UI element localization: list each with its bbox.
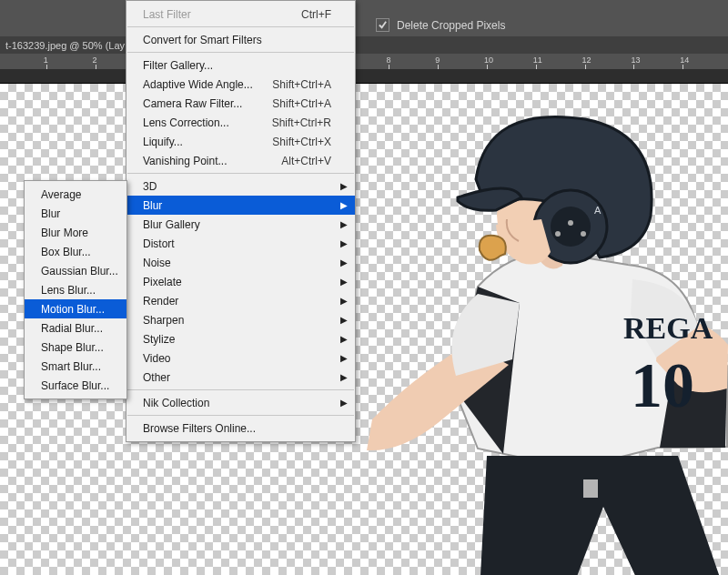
- menu-item-label: Blur: [143, 199, 331, 212]
- filter-menu-item-blur[interactable]: Blur▶: [126, 196, 355, 215]
- ruler-tick: 12: [582, 55, 592, 65]
- filter-menu-item-distort[interactable]: Distort▶: [126, 234, 355, 253]
- menu-item-label: Gaussian Blur...: [41, 265, 118, 277]
- menu-item-label: Vanishing Point...: [143, 155, 281, 167]
- blur-submenu-item-radial-blur[interactable]: Radial Blur...: [25, 318, 126, 338]
- filter-menu-item-browse-filters-online[interactable]: Browse Filters Online...: [126, 419, 355, 438]
- menu-item-label: Browse Filters Online...: [143, 422, 331, 435]
- blur-submenu-item-shape-blur[interactable]: Shape Blur...: [25, 338, 126, 357]
- blur-submenu-item-blur-more[interactable]: Blur More: [25, 223, 126, 242]
- ruler-tick: 11: [533, 55, 542, 65]
- submenu-arrow-icon: ▶: [340, 257, 348, 267]
- filter-menu-item-last-filter: Last FilterCtrl+F: [126, 5, 355, 24]
- filter-menu-item-convert-for-smart-filters[interactable]: Convert for Smart Filters: [126, 30, 355, 49]
- ruler-tick: 13: [631, 55, 640, 65]
- svg-text:10: 10: [631, 350, 694, 420]
- svg-text:A: A: [594, 205, 602, 216]
- menu-item-shortcut: Shift+Ctrl+A: [272, 97, 331, 110]
- menu-item-shortcut: Alt+Ctrl+V: [281, 155, 331, 167]
- menu-separator: [127, 52, 354, 53]
- menu-item-label: Surface Blur...: [41, 379, 109, 392]
- menu-separator: [127, 173, 354, 174]
- filter-menu-item-sharpen[interactable]: Sharpen▶: [126, 310, 355, 329]
- filter-menu-item-render[interactable]: Render▶: [126, 291, 355, 310]
- menu-item-shortcut: Shift+Ctrl+A: [272, 78, 331, 91]
- menu-item-label: Lens Correction...: [143, 116, 272, 129]
- ruler-tick: 14: [680, 55, 689, 65]
- subject-photo: REGA 10 A: [359, 88, 728, 575]
- menu-item-label: Motion Blur...: [41, 303, 105, 316]
- submenu-arrow-icon: ▶: [340, 296, 348, 306]
- menu-item-label: Shape Blur...: [41, 341, 104, 354]
- filter-menu-item-filter-gallery[interactable]: Filter Gallery...: [126, 55, 355, 75]
- filter-menu-item-3d[interactable]: 3D▶: [126, 177, 355, 196]
- menu-item-label: Nik Collection: [143, 397, 331, 409]
- svg-point-5: [581, 231, 586, 237]
- svg-text:REGA: REGA: [623, 311, 713, 345]
- menu-item-shortcut: Shift+Ctrl+X: [272, 136, 331, 148]
- menu-item-label: Box Blur...: [41, 246, 103, 258]
- document-tab[interactable]: t-163239.jpeg @ 50% (Lay: [0, 36, 134, 54]
- blur-submenu-item-gaussian-blur[interactable]: Gaussian Blur...: [25, 261, 126, 280]
- menu-separator: [127, 26, 354, 27]
- delete-cropped-checkbox[interactable]: Delete Cropped Pixels: [376, 18, 505, 32]
- menu-item-label: Blur: [41, 207, 103, 220]
- filter-menu-item-lens-correction[interactable]: Lens Correction...Shift+Ctrl+R: [126, 113, 355, 132]
- filter-menu: Last FilterCtrl+FConvert for Smart Filte…: [126, 0, 356, 442]
- checkbox-icon: [376, 18, 389, 32]
- menu-item-label: Average: [41, 188, 103, 201]
- menu-item-label: Convert for Smart Filters: [143, 34, 331, 46]
- menu-item-label: Distort: [143, 237, 331, 250]
- menu-item-label: Other: [143, 371, 331, 384]
- ruler-tick: 1: [44, 55, 48, 65]
- menu-separator: [127, 389, 354, 390]
- menu-item-label: Liquify...: [143, 136, 272, 148]
- filter-menu-item-liquify[interactable]: Liquify...Shift+Ctrl+X: [126, 132, 355, 151]
- menu-separator: [127, 415, 354, 416]
- menu-item-label: 3D: [143, 180, 331, 193]
- submenu-arrow-icon: ▶: [340, 219, 348, 229]
- menu-item-shortcut: Shift+Ctrl+R: [272, 116, 331, 129]
- svg-point-3: [551, 207, 591, 247]
- filter-menu-item-nik-collection[interactable]: Nik Collection▶: [126, 393, 355, 412]
- document-title: t-163239.jpeg @ 50% (Lay: [5, 40, 125, 51]
- filter-menu-item-noise[interactable]: Noise▶: [126, 253, 355, 272]
- menu-item-label: Sharpen: [143, 314, 331, 327]
- delete-cropped-label: Delete Cropped Pixels: [397, 19, 505, 32]
- ruler-tick: 9: [435, 55, 440, 65]
- svg-point-6: [568, 220, 573, 226]
- horizontal-ruler: 01234567891011121314: [0, 54, 728, 69]
- blur-submenu-item-lens-blur[interactable]: Lens Blur...: [25, 280, 126, 299]
- ruler-tick: 2: [93, 55, 97, 65]
- blur-submenu-item-surface-blur[interactable]: Surface Blur...: [25, 376, 126, 395]
- filter-menu-item-vanishing-point[interactable]: Vanishing Point...Alt+Ctrl+V: [126, 151, 355, 170]
- blur-submenu-item-smart-blur[interactable]: Smart Blur...: [25, 357, 126, 376]
- menu-item-label: Filter Gallery...: [143, 59, 331, 72]
- menu-item-shortcut: Ctrl+F: [301, 8, 331, 21]
- blur-submenu-item-motion-blur[interactable]: Motion Blur...: [25, 299, 126, 318]
- menu-item-label: Blur Gallery: [143, 218, 331, 231]
- menu-item-label: Video: [143, 352, 331, 365]
- submenu-arrow-icon: ▶: [340, 238, 348, 248]
- submenu-arrow-icon: ▶: [340, 181, 348, 191]
- options-bar: Delete Cropped Pixels: [0, 0, 728, 37]
- blur-submenu-item-average[interactable]: Average: [25, 185, 126, 204]
- menu-item-label: Adaptive Wide Angle...: [143, 78, 272, 91]
- blur-submenu: AverageBlurBlur MoreBox Blur...Gaussian …: [24, 180, 127, 399]
- ruler-tick: 10: [484, 55, 493, 65]
- submenu-arrow-icon: ▶: [340, 372, 348, 382]
- menu-item-label: Pixelate: [143, 276, 331, 288]
- blur-submenu-item-blur[interactable]: Blur: [25, 204, 126, 223]
- filter-menu-item-adaptive-wide-angle[interactable]: Adaptive Wide Angle...Shift+Ctrl+A: [126, 75, 355, 94]
- filter-menu-item-camera-raw-filter[interactable]: Camera Raw Filter...Shift+Ctrl+A: [126, 94, 355, 113]
- filter-menu-item-video[interactable]: Video▶: [126, 348, 355, 368]
- filter-menu-item-stylize[interactable]: Stylize▶: [126, 329, 355, 348]
- submenu-arrow-icon: ▶: [340, 398, 348, 408]
- blur-submenu-item-box-blur[interactable]: Box Blur...: [25, 242, 126, 261]
- filter-menu-item-other[interactable]: Other▶: [126, 368, 355, 387]
- filter-menu-item-blur-gallery[interactable]: Blur Gallery▶: [126, 215, 355, 234]
- filter-menu-item-pixelate[interactable]: Pixelate▶: [126, 272, 355, 291]
- menu-item-label: Blur More: [41, 227, 103, 239]
- svg-point-4: [555, 231, 561, 237]
- menu-item-label: Render: [143, 295, 331, 308]
